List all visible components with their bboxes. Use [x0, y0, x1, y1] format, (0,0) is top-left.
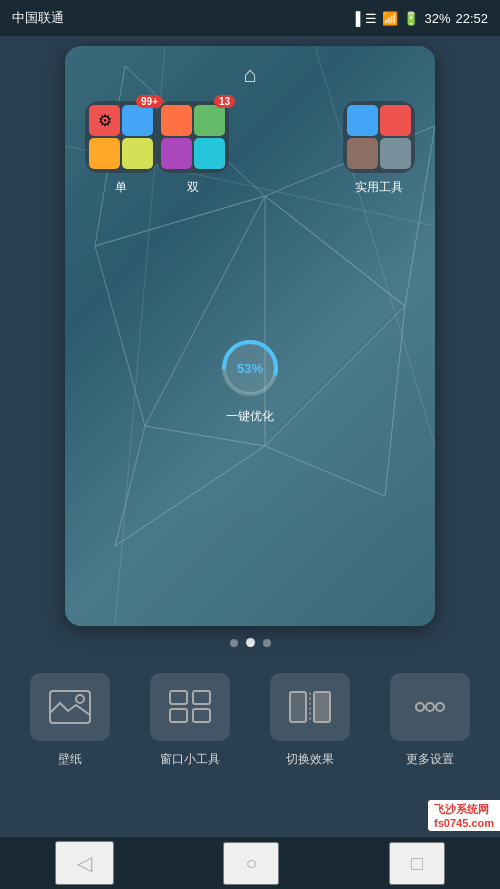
more-icon-box[interactable]: [390, 673, 470, 741]
signal-icon: ▐: [351, 11, 360, 26]
dot-2[interactable]: [246, 638, 255, 647]
mini-icon-8: [194, 138, 225, 169]
dot-1[interactable]: [230, 639, 238, 647]
folder-shuang-label: 双: [187, 179, 199, 196]
mini-icon-9: [347, 105, 378, 136]
mini-icon-3: [89, 138, 120, 169]
transition-icon-box[interactable]: [270, 673, 350, 741]
folder-shuang[interactable]: 13 双: [157, 101, 229, 196]
folder-tools-label: 实用工具: [355, 179, 403, 196]
optimizer-circle: 53%: [218, 336, 282, 400]
home-button[interactable]: ○: [223, 842, 279, 885]
svg-point-12: [76, 695, 84, 703]
mini-icon-6: [194, 105, 225, 136]
back-button[interactable]: ◁: [55, 841, 114, 885]
folder-shuang-box[interactable]: 13: [157, 101, 229, 173]
wallpaper-icon-box[interactable]: [30, 673, 110, 741]
widget-icon: [168, 689, 212, 725]
optimizer-widget[interactable]: 53% 一键优化: [218, 336, 282, 425]
option-transition[interactable]: 切换效果: [250, 673, 370, 768]
widget-icon-box[interactable]: [150, 673, 230, 741]
nav-bar: ◁ ○ □: [0, 837, 500, 889]
mini-icon-5: [161, 105, 192, 136]
app-icons-row: 99+ ⚙ 单 13 双: [65, 101, 435, 196]
recent-button[interactable]: □: [389, 842, 445, 885]
more-settings-icon: [408, 689, 452, 725]
folder-tools-box[interactable]: [343, 101, 415, 173]
battery-icon: 🔋: [403, 11, 419, 26]
home-top-icon: ⌂: [243, 62, 256, 88]
time-display: 22:52: [455, 11, 488, 26]
svg-point-22: [436, 703, 444, 711]
folder-tools[interactable]: 实用工具: [343, 101, 415, 196]
option-more[interactable]: 更多设置: [370, 673, 490, 768]
optimizer-percent: 53%: [237, 361, 263, 376]
svg-point-20: [416, 703, 424, 711]
mini-icon-11: [347, 138, 378, 169]
svg-point-21: [426, 703, 434, 711]
svg-rect-18: [314, 692, 330, 722]
optimizer-label: 一键优化: [226, 408, 274, 425]
folder-dan[interactable]: 99+ ⚙ 单: [85, 101, 157, 196]
status-icons: ▐ ☰ 📶 🔋 32% 22:52: [351, 11, 488, 26]
main-area: ⌂ 99+ ⚙ 单 13: [0, 36, 500, 889]
transition-icon: [288, 689, 332, 725]
page-dots: [230, 638, 271, 647]
watermark: 飞沙系统网fs0745.com: [428, 800, 500, 831]
mini-icon-7: [161, 138, 192, 169]
option-wallpaper[interactable]: 壁纸: [10, 673, 130, 768]
mini-icon-12: [380, 138, 411, 169]
folder-dan-badge: 99+: [136, 95, 163, 108]
svg-marker-3: [265, 196, 405, 446]
svg-rect-16: [193, 709, 210, 722]
dot-3[interactable]: [263, 639, 271, 647]
status-bar: 中国联通 ▐ ☰ 📶 🔋 32% 22:52: [0, 0, 500, 36]
mini-icon-10: [380, 105, 411, 136]
homescreen-card[interactable]: ⌂ 99+ ⚙ 单 13: [65, 46, 435, 626]
svg-rect-17: [290, 692, 306, 722]
more-label: 更多设置: [406, 751, 454, 768]
folder-dan-box[interactable]: 99+ ⚙: [85, 101, 157, 173]
folder-shuang-badge: 13: [214, 95, 235, 108]
svg-rect-13: [170, 691, 187, 704]
mini-icon-1: ⚙: [89, 105, 120, 136]
wifi-icon: 📶: [382, 11, 398, 26]
mini-icon-4: [122, 138, 153, 169]
carrier-text: 中国联通: [12, 9, 64, 27]
svg-marker-5: [265, 306, 405, 496]
widget-label: 窗口小工具: [160, 751, 220, 768]
svg-marker-4: [115, 426, 265, 546]
mobile-icon: ☰: [365, 11, 377, 26]
svg-rect-14: [193, 691, 210, 704]
mini-icon-2: [122, 105, 153, 136]
wallpaper-label: 壁纸: [58, 751, 82, 768]
wallpaper-icon: [48, 689, 92, 725]
bottom-options-bar: 壁纸 窗口小工具 切换效果: [0, 655, 500, 778]
option-widget[interactable]: 窗口小工具: [130, 673, 250, 768]
transition-label: 切换效果: [286, 751, 334, 768]
folder-dan-label: 单: [115, 179, 127, 196]
svg-rect-15: [170, 709, 187, 722]
battery-percent: 32%: [424, 11, 450, 26]
